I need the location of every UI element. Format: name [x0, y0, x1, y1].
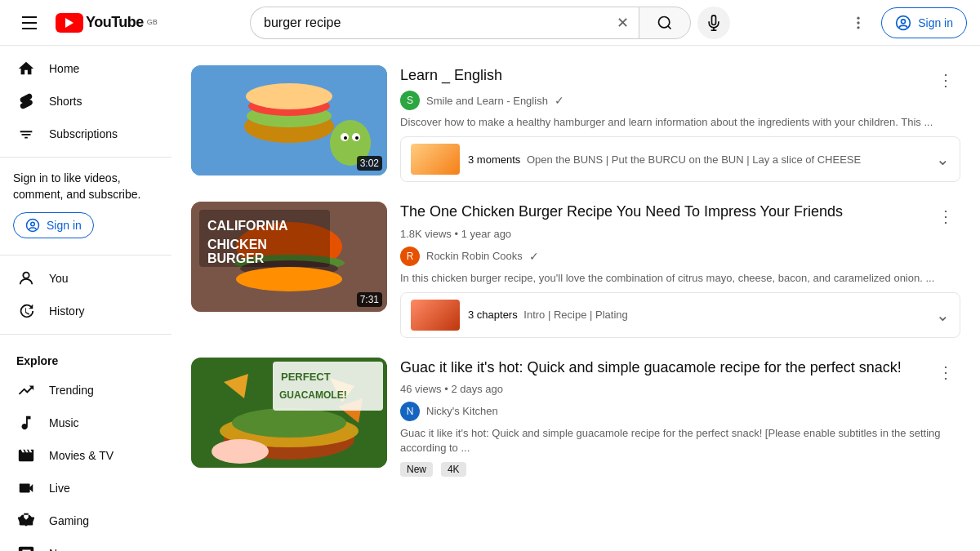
- svg-text:PERFECT: PERFECT: [281, 371, 331, 383]
- gaming-label: Gaming: [49, 514, 89, 527]
- sidebar-item-movies[interactable]: Movies & TV: [3, 439, 168, 472]
- svg-point-20: [355, 136, 359, 140]
- trending-icon: [16, 380, 36, 400]
- video-desc-2: In this chicken burger recipe, you'll lo…: [400, 271, 960, 286]
- subscriptions-label: Subscriptions: [49, 127, 118, 140]
- sign-in-label: Sign in: [918, 16, 953, 29]
- shorts-label: Shorts: [49, 95, 82, 108]
- sidebar-item-home[interactable]: Home: [3, 52, 168, 85]
- video-meta-2: 1.8K views • 1 year ago: [400, 228, 960, 240]
- channel-row-1: S Smile and Learn - English ✓: [400, 91, 960, 110]
- chapters-row-2[interactable]: 3 chapters Intro | Recipe | Plating ⌄: [400, 292, 960, 338]
- microphone-icon: [706, 15, 722, 31]
- channel-name-1[interactable]: Smile and Learn - English: [426, 95, 548, 107]
- video-views-3: 46 views: [400, 383, 442, 395]
- expand-icon-1: ⌄: [936, 149, 950, 169]
- header-search-area: ✕: [183, 7, 797, 39]
- video-info-3: Guac it like it's hot: Quick and simple …: [400, 358, 960, 478]
- sidebar-item-trending[interactable]: Trending: [3, 374, 168, 407]
- svg-text:BURGER: BURGER: [207, 251, 265, 265]
- svg-text:GUACAMOLE!: GUACAMOLE!: [279, 389, 347, 401]
- thumbnail-2[interactable]: CALIFORNIA CHICKEN BURGER 7:31: [191, 202, 387, 312]
- video-separator-2: •: [455, 228, 461, 240]
- news-label: News: [49, 547, 78, 551]
- video-views-2: 1.8K views: [400, 228, 452, 240]
- home-icon: [16, 59, 36, 78]
- divider-3: [0, 334, 172, 335]
- video-info-2: The One Chicken Burger Recipe You Need T…: [400, 202, 960, 337]
- youtube-region-label: GB: [147, 18, 158, 26]
- sidebar-sign-in-button[interactable]: Sign in: [13, 212, 94, 238]
- more-vert-icon: [850, 15, 866, 31]
- you-icon: [16, 269, 36, 288]
- video-more-button-3[interactable]: ⋮: [931, 358, 960, 387]
- thumbnail-3[interactable]: PERFECT GUACAMOLE!: [191, 358, 387, 468]
- video-title-3[interactable]: Guac it like it's hot: Quick and simple …: [400, 358, 960, 378]
- music-icon: [16, 413, 36, 433]
- live-label: Live: [49, 482, 70, 495]
- svg-text:CHICKEN: CHICKEN: [207, 238, 267, 251]
- menu-line-1: [22, 16, 37, 18]
- svg-point-4: [858, 21, 860, 24]
- sidebar: Home Shorts Subscriptions Sign in to lik…: [0, 46, 172, 551]
- header-right: Sign in: [804, 7, 967, 39]
- chapters-thumb-2: [411, 300, 460, 331]
- thumbnail-image-3: PERFECT GUACAMOLE!: [191, 358, 387, 468]
- verified-icon-2: ✓: [529, 250, 539, 263]
- sign-in-prompt-text: Sign in to like videos, comment, and sub…: [13, 171, 158, 202]
- channel-avatar-2: R: [400, 247, 420, 266]
- news-icon: [16, 544, 36, 551]
- channel-name-2[interactable]: Rockin Robin Cooks: [426, 250, 523, 262]
- youtube-logo-icon: [56, 13, 83, 33]
- search-box: [250, 7, 606, 39]
- search-clear-button[interactable]: ✕: [606, 7, 639, 39]
- chapters-info-2: 3 chapters Intro | Recipe | Plating: [468, 309, 936, 321]
- sidebar-item-music[interactable]: Music: [3, 407, 168, 439]
- svg-text:CALIFORNIA: CALIFORNIA: [207, 219, 288, 233]
- channel-avatar-1: S: [400, 91, 420, 110]
- sidebar-item-subscriptions[interactable]: Subscriptions: [3, 118, 168, 150]
- svg-point-19: [344, 136, 347, 140]
- sidebar-item-you[interactable]: You: [3, 262, 168, 295]
- search-icon: [657, 15, 673, 31]
- video-title-2[interactable]: The One Chicken Burger Recipe You Need T…: [400, 202, 960, 222]
- divider-2: [0, 255, 172, 256]
- explore-title: Explore: [0, 354, 172, 367]
- sidebar-item-live[interactable]: Live: [3, 472, 168, 504]
- video-more-button-1[interactable]: ⋮: [931, 65, 960, 95]
- search-submit-button[interactable]: [639, 7, 691, 39]
- you-label: You: [49, 272, 69, 285]
- svg-point-9: [31, 222, 35, 226]
- chapters-row-1[interactable]: 3 moments Open the BUNS | Put the BURCU …: [400, 136, 960, 182]
- search-input[interactable]: [264, 16, 593, 30]
- voice-search-button[interactable]: [697, 7, 730, 39]
- menu-line-2: [22, 22, 37, 24]
- video-time-3: 2 days ago: [451, 383, 503, 395]
- tag-4k-3: 4K: [441, 462, 466, 477]
- clear-icon: ✕: [617, 14, 629, 32]
- sign-in-button[interactable]: Sign in: [881, 7, 967, 38]
- menu-button[interactable]: [13, 7, 46, 39]
- youtube-logo[interactable]: YouTube GB: [56, 13, 158, 33]
- video-title-1[interactable]: Learn _ English: [400, 65, 960, 86]
- chapters-info-1: 3 moments Open the BUNS | Put the BURCU …: [468, 153, 936, 166]
- sidebar-item-history[interactable]: History: [3, 295, 168, 327]
- search-results: 3:02 Learn _ English S Smile and Learn -…: [172, 46, 980, 551]
- sidebar-item-news[interactable]: News: [3, 537, 168, 551]
- shorts-icon: [16, 91, 36, 111]
- sidebar-user-icon: [25, 218, 40, 233]
- gaming-icon: [16, 511, 36, 531]
- duration-2: 7:31: [357, 292, 382, 307]
- video-card-1: 3:02 Learn _ English S Smile and Learn -…: [185, 59, 967, 189]
- chapters-thumb-1: [411, 144, 460, 175]
- video-desc-3: Guac it like it's hot: Quick and simple …: [400, 426, 960, 455]
- channel-name-3[interactable]: Nicky's Kitchen: [426, 405, 498, 417]
- svg-point-7: [902, 19, 906, 23]
- divider-1: [0, 157, 172, 158]
- svg-point-0: [659, 16, 670, 27]
- thumbnail-1[interactable]: 3:02: [191, 65, 387, 176]
- sidebar-item-shorts[interactable]: Shorts: [3, 85, 168, 118]
- sidebar-item-gaming[interactable]: Gaming: [3, 504, 168, 537]
- more-options-button[interactable]: [842, 7, 875, 39]
- svg-point-10: [23, 273, 29, 278]
